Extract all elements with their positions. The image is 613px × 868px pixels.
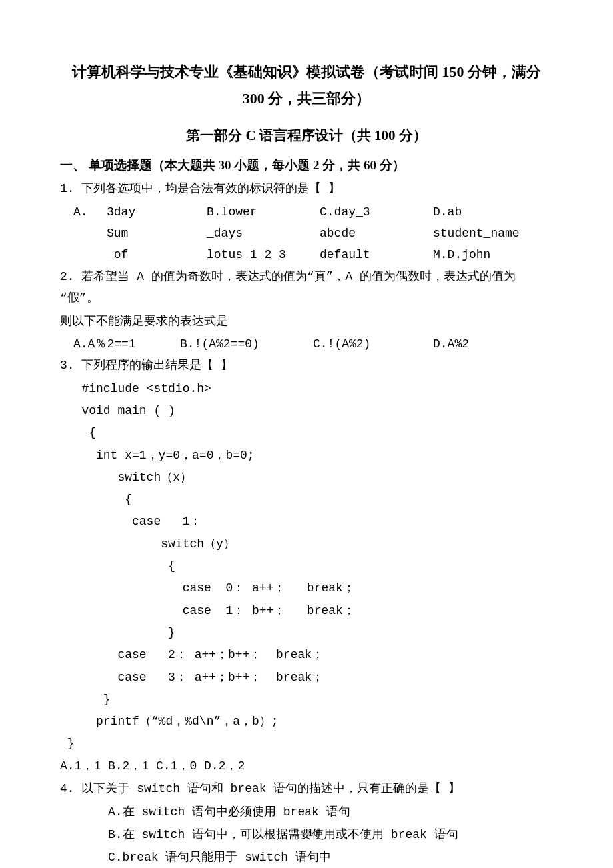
- q1-row1-c: B.lower: [207, 201, 320, 223]
- q3-code: #include <stdio.h> void main ( ) { int x…: [60, 378, 553, 755]
- q1-row2-c: _days: [207, 223, 320, 244]
- q1-row3-c: lotus_1_2_3: [207, 244, 320, 265]
- q1-row1-a: A.: [60, 201, 107, 223]
- q2-line1: 2. 若希望当 A 的值为奇数时，表达式的值为“真”，A 的值为偶数时，表达式的…: [60, 266, 553, 309]
- q1-row2-b: Sum: [107, 223, 207, 244]
- document-title: 计算机科学与技术专业《基础知识》模拟试卷（考试时间 150 分钟，满分 300 …: [60, 59, 553, 111]
- q2-opt-a: A.A％2==1: [60, 333, 180, 355]
- q3-stem: 3. 下列程序的输出结果是【 】: [60, 355, 553, 376]
- page-footer: 1 / 16: [0, 823, 613, 843]
- q4-opt-c: C.break 语句只能用于 switch 语句中: [60, 847, 553, 868]
- q1-stem: 1. 下列各选项中，均是合法有效的标识符的是【 】: [60, 178, 553, 199]
- q1-row3-d: default: [320, 244, 433, 265]
- q1-row2-d: abcde: [320, 223, 433, 244]
- q1-row2-a: [60, 223, 107, 244]
- q2-options: A.A％2==1 B.!(A%2==0) C.!(A%2) D.A%2: [60, 333, 553, 355]
- q2-line2: 则以下不能满足要求的表达式是: [60, 311, 553, 332]
- q1-row2: Sum _days abcde student_name: [60, 223, 553, 244]
- q1-row3-e: M.D.john: [433, 244, 553, 265]
- q1-row1-e: D.ab: [433, 201, 553, 223]
- q1-row1: A. 3day B.lower C.day_3 D.ab: [60, 201, 553, 223]
- q4-stem: 4. 以下关于 switch 语句和 break 语句的描述中，只有正确的是【 …: [60, 778, 553, 799]
- part1-title: 第一部分 C 语言程序设计（共 100 分）: [60, 123, 553, 149]
- q1-row1-b: 3day: [107, 201, 207, 223]
- q2-opt-c: C.!(A%2): [313, 333, 433, 355]
- section1-heading: 一、 单项选择题（本大题共 30 小题，每小题 2 分，共 60 分）: [60, 154, 553, 177]
- q1-row1-d: C.day_3: [320, 201, 433, 223]
- q1-row3-a: [60, 244, 107, 265]
- q1-row2-e: student_name: [433, 223, 553, 244]
- q2-opt-b: B.!(A%2==0): [180, 333, 313, 355]
- q3-options: A.1，1 B.2，1 C.1，0 D.2，2: [60, 755, 553, 777]
- q4-opt-a: A.在 switch 语句中必须使用 break 语句: [60, 801, 553, 823]
- q1-row3-b: _of: [107, 244, 207, 265]
- q1-row3: _of lotus_1_2_3 default M.D.john: [60, 244, 553, 265]
- q2-opt-d: D.A%2: [433, 333, 526, 355]
